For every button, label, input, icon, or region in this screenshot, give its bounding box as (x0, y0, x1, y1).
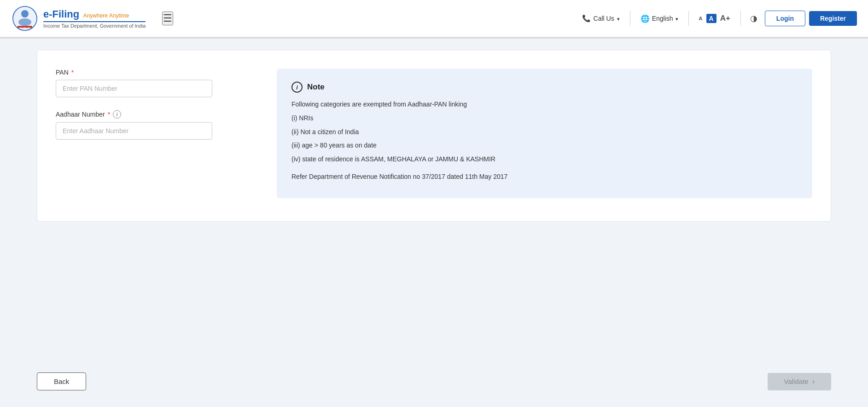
note-body: Following categories are exempted from A… (291, 99, 798, 183)
pan-label: PAN * (56, 69, 249, 76)
divider-2 (688, 11, 689, 26)
aadhaar-field-group: Aadhaar Number * i (56, 110, 249, 140)
aadhaar-required-star: * (108, 111, 110, 118)
validate-button[interactable]: Validate › (768, 373, 831, 390)
logo-area: INCOME TAX e-Filing Anywhere Anytime Inc… (11, 5, 146, 32)
pan-label-text: PAN (56, 69, 69, 76)
note-info-icon: i (291, 82, 303, 93)
phone-icon: 📞 (582, 14, 591, 23)
register-button[interactable]: Register (809, 11, 857, 26)
language-label: English (652, 15, 673, 22)
contrast-toggle-button[interactable]: ◑ (746, 12, 761, 25)
svg-text:INCOME TAX: INCOME TAX (19, 27, 31, 29)
pan-input[interactable] (56, 80, 212, 97)
logo-title: e-Filing Anywhere Anytime (43, 8, 146, 20)
note-item3: (iii) age > 80 years as on date (291, 140, 798, 151)
note-item1: (i) NRIs (291, 113, 798, 124)
validate-label: Validate (784, 378, 809, 385)
hamburger-menu-button[interactable]: ☰ (162, 12, 173, 25)
main-header: INCOME TAX e-Filing Anywhere Anytime Inc… (0, 0, 868, 37)
note-reference: Refer Department of Revenue Notification… (291, 171, 798, 183)
logo-subtitle: Income Tax Department, Government of Ind… (43, 21, 146, 29)
note-header: i Note (291, 82, 798, 93)
aadhaar-label: Aadhaar Number * i (56, 110, 249, 118)
font-decrease-button[interactable]: A (697, 15, 705, 22)
header-left: INCOME TAX e-Filing Anywhere Anytime Inc… (11, 5, 173, 32)
call-us-chevron-icon (617, 15, 620, 22)
note-item2: (ii) Not a citizen of India (291, 127, 798, 138)
footer-actions: Back Validate › (0, 361, 868, 401)
note-intro: Following categories are exempted from A… (291, 99, 798, 110)
emblem-icon: INCOME TAX (11, 5, 39, 32)
font-increase-button[interactable]: A+ (718, 13, 732, 24)
logo-text: e-Filing Anywhere Anytime Income Tax Dep… (43, 8, 146, 29)
aadhaar-label-text: Aadhaar Number (56, 111, 105, 118)
call-us-button[interactable]: 📞 Call Us (577, 12, 624, 25)
aadhaar-info-icon[interactable]: i (113, 110, 121, 118)
language-chevron-icon (676, 15, 678, 22)
divider-3 (740, 11, 741, 26)
pan-required-star: * (71, 69, 74, 76)
globe-icon: 🌐 (641, 14, 650, 23)
note-box: i Note Following categories are exempted… (277, 69, 812, 198)
pan-field-group: PAN * (56, 69, 249, 97)
form-card: PAN * Aadhaar Number * i i Note (37, 50, 831, 222)
main-content: PAN * Aadhaar Number * i i Note (0, 39, 868, 361)
note-item4: (iv) state of residence is ASSAM, MEGHAL… (291, 154, 798, 165)
login-button[interactable]: Login (765, 11, 805, 26)
aadhaar-input[interactable] (56, 122, 212, 140)
svg-point-3 (18, 18, 31, 26)
divider (630, 11, 630, 26)
form-fields: PAN * Aadhaar Number * i (56, 69, 249, 153)
header-right: 📞 Call Us 🌐 English A A A+ ◑ Login Regis… (577, 11, 857, 26)
call-us-label: Call Us (594, 15, 614, 22)
svg-point-2 (21, 10, 29, 18)
back-button[interactable]: Back (37, 372, 86, 390)
note-title: Note (307, 83, 325, 92)
font-normal-button[interactable]: A (706, 14, 717, 23)
validate-arrow-icon: › (812, 378, 815, 386)
font-size-controls: A A A+ (697, 13, 732, 24)
language-selector-button[interactable]: 🌐 English (636, 12, 683, 26)
